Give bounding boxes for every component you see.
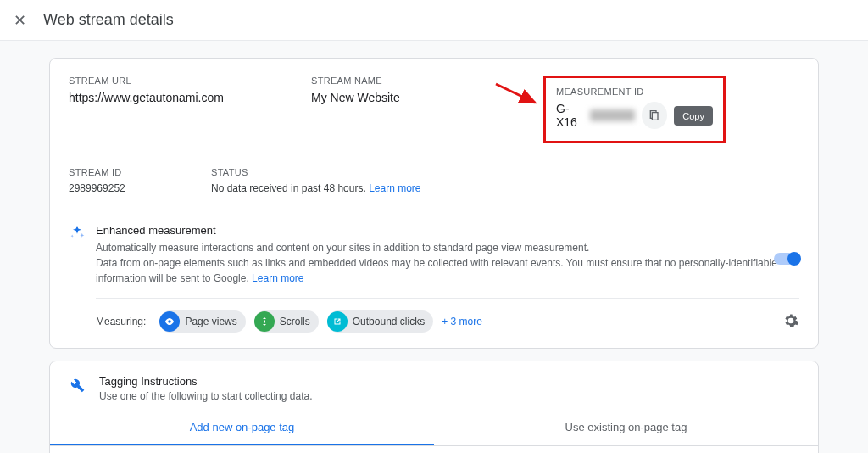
scroll-icon <box>254 311 275 332</box>
enhanced-measurement-section: Enhanced measurement Automatically measu… <box>50 210 818 348</box>
sparkle-icon <box>69 224 86 241</box>
tagging-title: Tagging Instructions <box>99 375 312 388</box>
enhanced-title: Enhanced measurement <box>96 224 799 237</box>
wrench-icon <box>69 377 86 402</box>
status-learn-more-link[interactable]: Learn more <box>369 182 420 194</box>
stream-url-label: STREAM URL <box>69 76 311 86</box>
chip-outbound: Outbound clicks <box>327 310 433 333</box>
enhanced-toggle[interactable] <box>774 253 799 265</box>
close-icon[interactable]: ✕ <box>14 11 26 30</box>
content-area: STREAM URL https://www.getautonami.com S… <box>0 41 868 453</box>
stream-url-value: https://www.getautonami.com <box>69 91 311 104</box>
measuring-label: Measuring: <box>96 316 146 327</box>
eye-icon <box>159 311 180 332</box>
chip-page-views: Page views <box>159 310 245 333</box>
chip-page-views-label: Page views <box>185 316 236 327</box>
chip-outbound-label: Outbound clicks <box>353 316 425 327</box>
tab-use-existing[interactable]: Use existing on-page tag <box>434 411 818 445</box>
tagging-tabs: Add new on-page tag Use existing on-page… <box>50 411 818 446</box>
annotation-arrow-icon <box>492 81 542 111</box>
enhanced-learn-more-link[interactable]: Learn more <box>252 272 303 284</box>
stream-id-label: STREAM ID <box>69 167 211 177</box>
tagging-card: Tagging Instructions Use one of the foll… <box>49 361 819 453</box>
measurement-id-label: MEASUREMENT ID <box>556 87 713 97</box>
chip-scrolls: Scrolls <box>254 310 319 333</box>
status-text: No data received in past 48 hours. <box>211 182 369 194</box>
status-label: STATUS <box>211 167 799 177</box>
stream-details-card: STREAM URL https://www.getautonami.com S… <box>49 58 819 349</box>
measuring-row: Measuring: Page views Scrolls Outbound c… <box>96 310 799 333</box>
svg-line-0 <box>496 84 535 103</box>
enhanced-desc-2: Data from on-page elements such as links… <box>96 257 777 284</box>
stream-id-value: 2989969252 <box>69 182 211 194</box>
measuring-more-link[interactable]: + 3 more <box>442 316 482 327</box>
outbound-icon <box>327 311 348 332</box>
measurement-id-value: G-X16 <box>556 102 589 129</box>
copy-icon-button[interactable] <box>642 102 667 129</box>
tab-add-new[interactable]: Add new on-page tag <box>50 411 434 445</box>
copy-icon <box>648 109 661 122</box>
tagging-subtitle: Use one of the following to start collec… <box>99 390 312 402</box>
measurement-id-redacted <box>590 109 635 121</box>
gear-icon[interactable] <box>782 312 799 333</box>
tag-item-gtag[interactable]: g Global site tag (gtag.js) Use this if … <box>50 446 818 453</box>
page-title: Web stream details <box>43 11 174 29</box>
copy-button[interactable]: Copy <box>674 106 713 126</box>
measurement-id-highlight-box: MEASUREMENT ID G-X16 Copy <box>543 76 726 143</box>
chip-scrolls-label: Scrolls <box>280 316 310 327</box>
status-value: No data received in past 48 hours. Learn… <box>211 182 799 194</box>
enhanced-desc-1: Automatically measure interactions and c… <box>96 242 589 254</box>
page-header: ✕ Web stream details <box>0 0 868 41</box>
